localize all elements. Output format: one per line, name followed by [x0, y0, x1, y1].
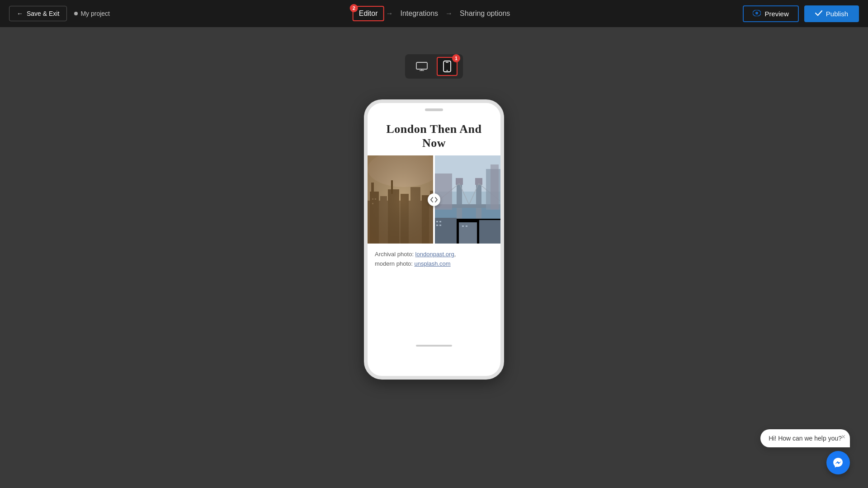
after-image-art: [434, 155, 500, 244]
svg-point-1: [755, 12, 758, 14]
sharing-step-label[interactable]: Sharing options: [454, 6, 515, 21]
svg-rect-44: [459, 222, 477, 244]
mobile-badge: 1: [452, 54, 460, 62]
mobile-icon: [443, 61, 451, 72]
publish-label: Publish: [826, 10, 848, 18]
svg-rect-47: [439, 221, 441, 222]
arrow-left-icon: ←: [17, 10, 23, 17]
canvas-area: 1 London Then And Now: [0, 27, 868, 488]
svg-rect-51: [466, 225, 467, 227]
save-exit-button[interactable]: ← Save & Exit: [9, 6, 67, 21]
mobile-device-button[interactable]: 1: [437, 57, 458, 76]
nav-step-editor[interactable]: 2 Editor: [353, 6, 384, 21]
before-image-art: [368, 155, 434, 244]
desktop-device-button[interactable]: [410, 59, 433, 74]
integrations-step-label[interactable]: Integrations: [395, 6, 444, 21]
phone-frame: London Then And Now: [364, 99, 504, 380]
svg-rect-50: [462, 225, 464, 227]
modern-link[interactable]: unsplash.com: [414, 260, 450, 267]
chat-bubble: Hi! How can we help you? ×: [760, 429, 850, 447]
desktop-icon: [416, 62, 428, 71]
nav-step-integrations[interactable]: Integrations: [395, 6, 444, 21]
phone-home-indicator: [416, 345, 452, 347]
svg-rect-2: [416, 62, 427, 69]
image-comparison-slider[interactable]: [368, 155, 500, 244]
project-dot-icon: [74, 12, 78, 15]
nav-steps: 2 Editor → Integrations → Sharing option…: [353, 6, 516, 21]
project-indicator: My project: [74, 10, 110, 17]
top-navigation: ← Save & Exit My project 2 Editor → Inte…: [0, 0, 868, 27]
phone-whitespace: [368, 278, 500, 341]
svg-rect-49: [439, 225, 441, 226]
chat-close-button[interactable]: ×: [841, 433, 845, 441]
publish-button[interactable]: Publish: [804, 5, 859, 22]
step-arrow-1: →: [386, 9, 393, 18]
eye-icon: [753, 10, 761, 18]
preview-label: Preview: [764, 10, 788, 18]
messenger-icon: [832, 457, 844, 469]
slider-handle[interactable]: [433, 155, 435, 244]
svg-rect-48: [436, 225, 438, 226]
phone-speaker: [425, 108, 443, 111]
phone-top-bar: [368, 103, 500, 115]
chat-open-button[interactable]: [826, 451, 850, 474]
archival-link[interactable]: londonpast.org: [415, 251, 454, 258]
phone-bottom-bar: [368, 341, 500, 352]
after-image: [434, 155, 500, 244]
phone-content: London Then And Now: [368, 115, 500, 278]
preview-button[interactable]: Preview: [743, 5, 798, 22]
device-switcher: 1: [405, 54, 463, 79]
step-arrow-2: →: [445, 9, 453, 18]
page-title: London Then And Now: [368, 115, 500, 155]
before-image: [368, 155, 434, 244]
svg-rect-26: [368, 155, 434, 244]
caption-separator: modern photo:: [375, 260, 414, 267]
svg-rect-45: [479, 220, 500, 244]
svg-point-7: [447, 70, 448, 71]
project-name: My project: [80, 10, 110, 17]
save-exit-label: Save & Exit: [27, 10, 59, 17]
editor-badge: 2: [350, 4, 358, 12]
caption-text: Archival photo:: [375, 251, 415, 258]
slider-circle-icon[interactable]: [428, 193, 440, 206]
svg-rect-41: [491, 164, 499, 210]
check-icon: [815, 10, 822, 18]
nav-step-sharing[interactable]: Sharing options: [454, 6, 515, 21]
right-actions: Preview Publish: [743, 5, 859, 22]
svg-rect-46: [436, 221, 438, 222]
photo-caption: Archival photo: londonpast.org, modern p…: [368, 244, 500, 278]
phone-container: London Then And Now: [364, 99, 504, 380]
chat-message-text: Hi! How can we help you?: [769, 435, 842, 442]
